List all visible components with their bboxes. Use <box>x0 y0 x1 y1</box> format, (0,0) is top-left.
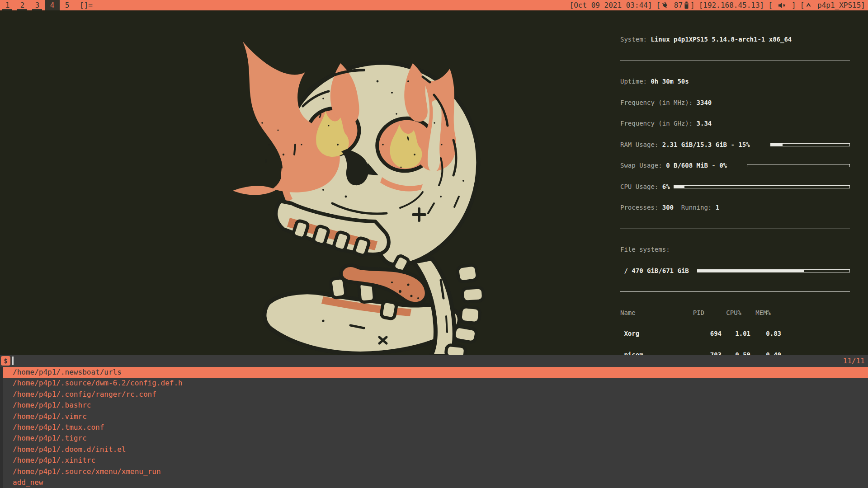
skull-art <box>188 9 518 359</box>
system-line: System: Linux p4p1XPS15 5.14.8-arch1-1 x… <box>620 36 850 43</box>
list-item[interactable]: add_new <box>0 477 868 488</box>
plug-icon <box>662 2 668 9</box>
list-item[interactable]: /home/p4p1/.bashrc <box>0 400 868 411</box>
battery-icon <box>684 1 689 9</box>
list-item[interactable]: /home/p4p1/.tigrc <box>0 433 868 444</box>
list-item[interactable]: /home/p4p1/.config/ranger/rc.conf <box>0 389 868 400</box>
list-item[interactable]: /home/p4p1/.doom.d/init.el <box>0 444 868 455</box>
list-item[interactable]: /home/p4p1/.vimrc <box>0 411 868 422</box>
match-counter: 11/11 <box>843 357 865 365</box>
status-area: [Oct 09 2021 03:44] [ 87] [192.168.45.13… <box>570 1 868 9</box>
workspace-tag-2[interactable]: 2 <box>15 0 30 10</box>
swap-gauge <box>747 164 850 167</box>
ip-segment: [192.168.45.13] <box>699 1 764 9</box>
separator <box>620 57 850 65</box>
freq-ghz-line: Frequency (in GHz): 3.34 <box>620 120 850 127</box>
workspace-tag-5[interactable]: 5 <box>60 0 75 10</box>
cpu-line: CPU Usage: 6% <box>620 183 850 191</box>
fzf-prompt-row[interactable]: $ 11/11 <box>0 355 868 367</box>
process-row: Xorg6941.010.83 <box>620 330 850 338</box>
list-item[interactable]: /home/p4p1/.source/xmenu/xmenu_run <box>0 466 868 477</box>
tag-label: 2 <box>20 1 25 9</box>
layout-indicator[interactable]: []= <box>80 1 93 9</box>
wallpaper-skull-illustration <box>188 9 518 359</box>
desktop: 1 2 3 4 5 []= [Oct 09 2021 03:44] [ 87] … <box>0 0 868 488</box>
separator <box>620 225 850 233</box>
caret-up-icon <box>806 2 811 8</box>
tag-occupied-indicator <box>32 9 42 10</box>
uptime-line: Uptime: 0h 30m 50s <box>620 78 850 85</box>
processes-line: Processes: 300 Running: 1 <box>620 204 850 211</box>
filesystem-root-line: / 470 GiB/671 GiB <box>620 267 850 275</box>
ram-gauge <box>770 143 850 146</box>
list-item[interactable]: /home/p4p1/.source/dwm-6.2/config.def.h <box>0 378 868 389</box>
filesystem-gauge <box>697 269 850 272</box>
cpu-gauge <box>674 185 850 188</box>
clock-segment: [Oct 09 2021 03:44] <box>570 1 652 9</box>
dwm-status-bar: 1 2 3 4 5 []= [Oct 09 2021 03:44] [ 87] … <box>0 0 868 10</box>
workspace-tag-4[interactable]: 4 <box>45 0 60 10</box>
host-segment: [ p4p1_XPS15] <box>800 1 865 9</box>
tag-label: 1 <box>5 1 10 9</box>
ram-line: RAM Usage: 2.31 GiB/15.3 GiB - 15% <box>620 141 850 149</box>
text-cursor <box>12 357 14 365</box>
battery-segment: [ 87] <box>656 1 695 9</box>
fzf-launcher: $ 11/11 /home/p4p1/.newsboat/urls /home/… <box>0 355 868 488</box>
tag-label: 3 <box>35 1 40 9</box>
tag-label: 4 <box>50 1 55 9</box>
workspace-tag-3[interactable]: 3 <box>30 0 45 10</box>
filesystems-title: File systems: <box>620 246 850 253</box>
list-item-selected[interactable]: /home/p4p1/.newsboat/urls <box>3 367 868 378</box>
tag-occupied-indicator <box>2 9 12 10</box>
separator <box>620 288 850 296</box>
volume-segment: [ ] <box>768 1 796 9</box>
list-item[interactable]: /home/p4p1/.tmux.conf <box>0 422 868 433</box>
workspace-tag-1[interactable]: 1 <box>0 0 15 10</box>
process-table-header: NamePIDCPU%MEM% <box>620 310 850 317</box>
tag-label: 5 <box>65 1 70 9</box>
freq-mhz-line: Frequency (in MHz): 3340 <box>620 99 850 107</box>
launcher-gutter <box>0 367 3 488</box>
tag-occupied-indicator <box>17 9 27 10</box>
prompt-symbol: $ <box>1 356 10 366</box>
swap-line: Swap Usage: 0 B/608 MiB - 0% <box>620 162 850 169</box>
list-item[interactable]: /home/p4p1/.xinitrc <box>0 455 868 466</box>
volume-muted-icon <box>778 2 786 9</box>
